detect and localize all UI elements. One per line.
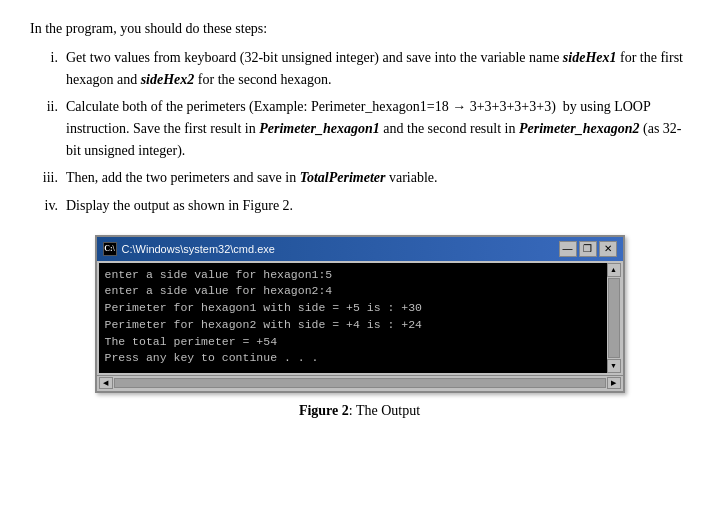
cmd-body: enter a side value for hexagon1:5 enter … (97, 261, 623, 375)
cmd-titlebar-left: C:\ C:\Windows\system32\cmd.exe (103, 242, 275, 256)
step-content-1: Get two values from keyboard (32-bit uns… (66, 47, 689, 90)
cmd-window-container: C:\ C:\Windows\system32\cmd.exe — ❒ ✕ en… (30, 235, 689, 393)
sideHex2-label: sideHex2 (141, 72, 195, 87)
cmd-titlebar: C:\ C:\Windows\system32\cmd.exe — ❒ ✕ (97, 237, 623, 261)
restore-button[interactable]: ❒ (579, 241, 597, 257)
scroll-left-arrow[interactable]: ◀ (99, 377, 113, 389)
perimeter-hex1-label: Perimeter_hexagon1 (259, 121, 380, 136)
cmd-line-1: enter a side value for hexagon1:5 (105, 267, 601, 284)
cmd-screen: enter a side value for hexagon1:5 enter … (99, 263, 607, 373)
cmd-line-2: enter a side value for hexagon2:4 (105, 283, 601, 300)
step-num-1: i. (30, 47, 66, 68)
step-content-2: Calculate both of the perimeters (Exampl… (66, 96, 689, 161)
scroll-track-h[interactable] (114, 378, 606, 388)
steps-list: i. Get two values from keyboard (32-bit … (30, 47, 689, 217)
cmd-line-4: Perimeter for hexagon2 with side = +4 is… (105, 317, 601, 334)
step-num-2: ii. (30, 96, 66, 117)
figure-caption-text: The Output (356, 403, 420, 418)
step-item-2: ii. Calculate both of the perimeters (Ex… (30, 96, 689, 161)
perimeter-hex2-label: Perimeter_hexagon2 (519, 121, 640, 136)
figure-label: Figure 2 (299, 403, 349, 418)
step-content-4: Display the output as shown in Figure 2. (66, 195, 689, 217)
step-content-3: Then, add the two perimeters and save in… (66, 167, 689, 189)
minimize-button[interactable]: — (559, 241, 577, 257)
total-perimeter-label: TotalPerimeter (300, 170, 386, 185)
step-num-4: iv. (30, 195, 66, 216)
cmd-app-icon: C:\ (103, 242, 117, 256)
scroll-track-v[interactable] (608, 278, 620, 358)
cmd-bottom-bar: ◀ ▶ (97, 375, 623, 391)
cmd-icon-text: C:\ (104, 244, 115, 253)
step-item-1: i. Get two values from keyboard (32-bit … (30, 47, 689, 90)
cmd-titlebar-buttons: — ❒ ✕ (559, 241, 617, 257)
cmd-line-6: Press any key to continue . . . (105, 350, 601, 367)
figure-caption: Figure 2: The Output (30, 403, 689, 419)
scroll-down-arrow[interactable]: ▼ (607, 359, 621, 373)
step-num-3: iii. (30, 167, 66, 188)
cmd-line-3: Perimeter for hexagon1 with side = +5 is… (105, 300, 601, 317)
cmd-window: C:\ C:\Windows\system32\cmd.exe — ❒ ✕ en… (95, 235, 625, 393)
sideHex1-label: sideHex1 (563, 50, 617, 65)
close-button[interactable]: ✕ (599, 241, 617, 257)
step-item-4: iv. Display the output as shown in Figur… (30, 195, 689, 217)
cmd-scrollbar[interactable]: ▲ ▼ (607, 263, 621, 373)
cmd-line-5: The total perimeter = +54 (105, 334, 601, 351)
scroll-up-arrow[interactable]: ▲ (607, 263, 621, 277)
intro-text: In the program, you should do these step… (30, 18, 689, 39)
cmd-title-text: C:\Windows\system32\cmd.exe (122, 243, 275, 255)
scroll-right-arrow[interactable]: ▶ (607, 377, 621, 389)
step-item-3: iii. Then, add the two perimeters and sa… (30, 167, 689, 189)
